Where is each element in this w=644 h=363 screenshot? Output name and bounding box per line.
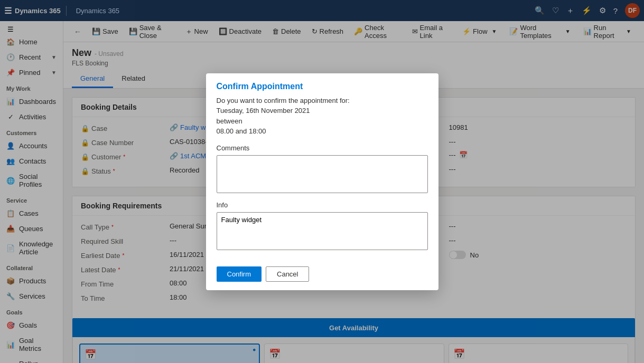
modal-message: Do you want to confirm the appointment f… bbox=[217, 95, 428, 137]
modal-footer: Confirm Cancel bbox=[206, 266, 438, 290]
modal-message-line3: between bbox=[217, 117, 242, 125]
modal-confirm-button[interactable]: Confirm bbox=[217, 266, 262, 282]
info-textarea[interactable]: Faulty widget bbox=[217, 212, 428, 250]
modal-title: Confirm Appointment bbox=[217, 82, 428, 91]
modal-header: Confirm Appointment bbox=[206, 73, 438, 95]
modal-overlay: Confirm Appointment Do you want to confi… bbox=[0, 0, 644, 363]
confirm-appointment-modal: Confirm Appointment Do you want to confi… bbox=[206, 73, 438, 290]
modal-message-line4: 08.00 and 18:00 bbox=[217, 127, 266, 135]
modal-message-line2: Tuesday, 16th November 2021 bbox=[217, 107, 310, 114]
comments-label: Comments bbox=[217, 144, 428, 152]
modal-body: Do you want to confirm the appointment f… bbox=[206, 95, 438, 266]
info-label: Info bbox=[217, 201, 428, 209]
modal-cancel-button[interactable]: Cancel bbox=[266, 266, 309, 282]
comments-textarea[interactable] bbox=[217, 155, 428, 193]
modal-message-line1: Do you want to confirm the appointment f… bbox=[217, 97, 350, 104]
